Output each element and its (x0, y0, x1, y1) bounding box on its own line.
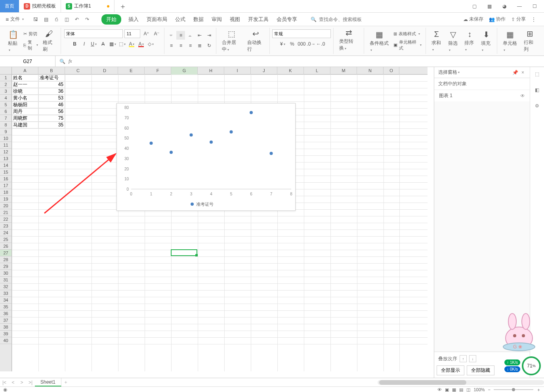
row-header-14[interactable]: 14 (0, 162, 11, 169)
col-header-M[interactable]: M (330, 67, 357, 75)
cut-button[interactable]: ✂剪切 (22, 31, 40, 37)
align-bottom-button[interactable]: ⫠ (186, 31, 195, 40)
spreadsheet-grid[interactable]: ABCDEFGHIJKLMNO 123456789101112131415161… (0, 67, 434, 378)
row-header-36[interactable]: 36 (0, 310, 11, 317)
decrease-font-button[interactable]: A⁻ (152, 29, 161, 38)
zoom-in-button[interactable]: ＋ (536, 387, 541, 392)
sheet-tab-sheet1[interactable]: Sheet1 (35, 378, 61, 386)
cell-A3[interactable]: 徐晓 (12, 88, 38, 95)
row-header-34[interactable]: 34 (0, 297, 11, 304)
tab-templates[interactable]: D 找稻壳模板 (19, 0, 61, 12)
row-header-25[interactable]: 25 (0, 236, 11, 243)
cell-A5[interactable]: 杨杨阳 (12, 101, 38, 108)
filter-button[interactable]: ▽筛选▾ (445, 28, 462, 54)
cell-B3[interactable]: 36 (38, 88, 65, 95)
col-header-N[interactable]: N (357, 67, 384, 75)
row-header-40[interactable]: 40 (0, 337, 11, 344)
share-button[interactable]: ⇪分享 (511, 16, 526, 23)
currency-button[interactable]: ¥▾ (278, 40, 287, 48)
menu-tab-4[interactable]: 数据 (193, 14, 204, 25)
cell-A8[interactable]: 马建国 (12, 122, 38, 128)
italic-button[interactable]: I (80, 40, 88, 48)
increase-indent-button[interactable]: ⇥ (205, 31, 214, 40)
row-header-35[interactable]: 35 (0, 304, 11, 310)
cell-button[interactable]: ▦单元格▾ (500, 28, 521, 54)
row-header-9[interactable]: 9 (0, 128, 11, 135)
tab-workbook[interactable]: S 工作簿1 (61, 0, 115, 12)
rail-style-icon[interactable]: ◧ (533, 85, 542, 95)
print-preview-icon[interactable]: ▤ (42, 15, 50, 23)
layout-icon[interactable]: ▢ (469, 1, 480, 12)
show-all-button[interactable]: 全部显示 (437, 365, 464, 375)
close-panel-button[interactable]: × (520, 70, 526, 75)
view-page-icon[interactable]: ▤ (459, 387, 463, 392)
border-button[interactable]: ▦▾ (108, 40, 117, 48)
pin-icon[interactable]: 📌 (511, 70, 520, 75)
orientation-button[interactable]: ↻ (205, 41, 214, 50)
fx-icon[interactable]: fx (69, 58, 72, 64)
decrease-decimal-button[interactable]: ←.0 (316, 40, 325, 48)
sheet-nav-first[interactable]: |< (0, 380, 9, 385)
row-header-37[interactable]: 37 (0, 317, 11, 324)
cell-B8[interactable]: 35 (38, 122, 65, 128)
menu-tab-8[interactable]: 会员专享 (276, 14, 298, 25)
file-menu[interactable]: ≡ 文件▾ (2, 16, 27, 23)
maximize-button[interactable]: ☐ (529, 1, 540, 12)
cell-A1[interactable]: 姓名 (12, 75, 38, 81)
copy-button[interactable]: ⎘复制▾ (22, 39, 40, 52)
save-icon[interactable]: 🖫 (32, 15, 40, 23)
row-header-7[interactable]: 7 (0, 115, 11, 122)
row-header-1[interactable]: 1 (0, 75, 11, 81)
merge-center-button[interactable]: ⬚合并居中▾ (219, 28, 244, 54)
select-all-corner[interactable] (0, 67, 12, 75)
row-header-39[interactable]: 39 (0, 331, 11, 337)
cell-B7[interactable]: 75 (38, 115, 65, 122)
increase-decimal-button[interactable]: .0→ (307, 40, 315, 48)
focus-icon[interactable]: ▣ (445, 387, 449, 392)
cell-B4[interactable]: 53 (38, 95, 65, 101)
row-header-23[interactable]: 23 (0, 223, 11, 229)
col-header-A[interactable]: A (12, 67, 38, 75)
format-style-button[interactable]: ◇▾ (146, 40, 155, 48)
table-style-button[interactable]: ⊞表格样式▾ (392, 31, 423, 37)
percent-button[interactable]: % (288, 40, 296, 48)
row-header-18[interactable]: 18 (0, 189, 11, 196)
rail-select-icon[interactable]: ⬚ (533, 69, 542, 79)
sort-button[interactable]: ↕排序▾ (461, 28, 478, 54)
row-header-6[interactable]: 6 (0, 108, 11, 115)
zoom-hint-icon[interactable]: 🔍 (59, 59, 65, 64)
font-size-select[interactable] (124, 29, 140, 38)
menu-tab-0[interactable]: 开始 (101, 14, 121, 25)
cell-B1[interactable]: 准考证号 (38, 75, 65, 81)
pane-object-0[interactable]: 图表 1👁 (434, 90, 530, 101)
undo-icon[interactable]: ↶ (73, 15, 81, 23)
cell-A4[interactable]: 黄小名 (12, 95, 38, 101)
col-header-I[interactable]: I (224, 67, 251, 75)
menu-tab-5[interactable]: 审阅 (211, 14, 223, 25)
cell-A2[interactable]: 赵一一 (12, 81, 38, 88)
col-header-O[interactable]: O (384, 67, 399, 75)
send-backward-button[interactable]: ↓ (469, 355, 476, 362)
visibility-eye-icon[interactable]: 👁 (520, 93, 525, 99)
row-header-29[interactable]: 29 (0, 263, 11, 270)
new-tab-button[interactable]: ＋ (115, 0, 131, 12)
row-header-21[interactable]: 21 (0, 209, 11, 216)
zoom-out-button[interactable]: − (488, 387, 491, 392)
cell-style-button[interactable]: ▣单元格样式▾ (392, 39, 423, 52)
row-header-12[interactable]: 12 (0, 149, 11, 155)
menu-tab-7[interactable]: 开发工具 (247, 14, 269, 25)
unsaved-button[interactable]: ☁未保存 (463, 16, 483, 23)
apps-icon[interactable]: ▦ (484, 1, 495, 12)
name-box[interactable] (0, 56, 55, 67)
view-normal-icon[interactable]: ▦ (452, 387, 456, 392)
avatar-icon[interactable]: ◕ (499, 1, 510, 12)
col-header-F[interactable]: F (145, 67, 171, 75)
cell-B2[interactable]: 45 (38, 81, 65, 88)
menu-tab-3[interactable]: 公式 (174, 14, 186, 25)
align-center-button[interactable]: ≡ (176, 41, 185, 50)
row-header-28[interactable]: 28 (0, 256, 11, 263)
row-header-22[interactable]: 22 (0, 216, 11, 223)
menu-tab-2[interactable]: 页面布局 (146, 14, 168, 25)
row-header-15[interactable]: 15 (0, 169, 11, 176)
col-header-B[interactable]: B (38, 67, 65, 75)
